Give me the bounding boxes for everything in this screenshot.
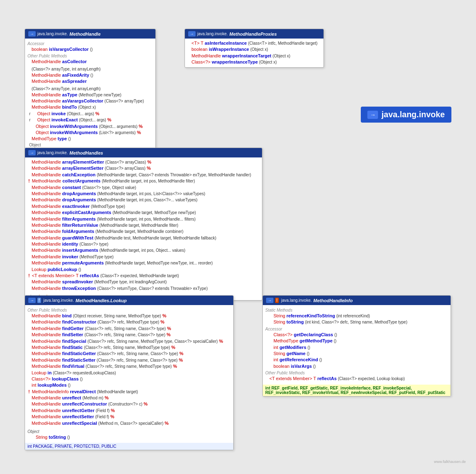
mhi-package: java.lang.invoke. — [281, 298, 312, 303]
method-row: MethodHandle explicitCastArguments (Meth… — [27, 210, 260, 216]
method-row: boolean isVarArgs () — [265, 363, 448, 369]
method-handle-info-header: → I java.lang.invoke.MethodHandleInfo — [263, 296, 451, 305]
method-row: ! <T extends Member> T reflectAs (Class<… — [27, 273, 260, 279]
method-row: MethodHandle findGetter (Class<?> refc, … — [27, 326, 231, 332]
method-row: MethodHandle wrapperInstanceTarget (Obje… — [187, 53, 321, 59]
method-row: MethodHandle asType (MethodType newType) — [27, 92, 153, 98]
accessor-label: Accessor — [265, 327, 448, 331]
method-row: <T extends Member> T reflectAs (Class<T>… — [265, 376, 448, 382]
method-handle-body: Accessor boolean isVarargsCollector () O… — [25, 39, 155, 156]
method-row: int lookupModes () — [27, 382, 231, 388]
method-handle-proxies-body: <T> T asInterfaceInstance (Class<T> intf… — [185, 39, 323, 67]
method-handle-proxies-header: → java.lang.invoke.MethodHandleProxies — [185, 29, 323, 39]
method-row: int getModifiers () — [265, 344, 448, 351]
arrow-icon: → — [28, 31, 36, 36]
module-label: → java.lang.invoke — [361, 107, 451, 123]
method-row: MethodHandle findConstructor (Class<?> r… — [27, 319, 231, 325]
method-row: MethodHandle permuteArguments (MethodHan… — [27, 260, 260, 266]
accessor-label: Accessor — [27, 41, 153, 46]
method-row: boolean isVarargsCollector () — [27, 46, 153, 52]
method-row: MethodHandle asSpreader (Class<?> arrayT… — [27, 78, 153, 91]
mh-classname: MethodHandle — [70, 32, 101, 36]
other-public-label: Other Public Methods — [27, 308, 231, 312]
method-row: MethodHandle identity (Class<?> type) — [27, 241, 260, 247]
method-handles-body: MethodHandle arrayElementGetter (Class<?… — [25, 157, 262, 293]
method-row: MethodHandle exactInvoker (MethodType ty… — [27, 203, 260, 210]
method-row: Class<?> lookupClass () — [27, 376, 231, 382]
method-row: Object invokeWithArguments (List<?> argu… — [27, 130, 153, 136]
mhs-package: java.lang.invoke. — [37, 150, 68, 155]
method-handle-proxies-card: → java.lang.invoke.MethodHandleProxies <… — [184, 29, 324, 68]
method-row: MethodHandle arrayElementSetter (Class<?… — [27, 165, 260, 171]
method-row: MethodHandle findSpecial (Class<?> refc,… — [27, 338, 231, 344]
method-row: MethodHandle bindTo (Object x) — [27, 104, 153, 110]
method-row: Lookup in (Class<?> requestedLookupClass… — [27, 370, 231, 376]
mh-package: java.lang.invoke. — [37, 32, 68, 36]
other-public-label: Other Public Methods — [27, 54, 153, 58]
mhp-classname: MethodHandleProxies — [230, 32, 277, 36]
method-row: MethodHandle findStaticGetter (Class<?> … — [27, 351, 231, 357]
mhs-classname: MethodHandles — [70, 150, 103, 155]
method-row: MethodHandle dropArguments (MethodHandle… — [27, 191, 260, 197]
method-row: MethodHandle asVarargsCollector (Class<?… — [27, 98, 153, 104]
method-row: MethodHandle dropArguments (MethodHandle… — [27, 197, 260, 203]
method-handle-header: → java.lang.invoke.MethodHandle — [25, 29, 155, 39]
method-handle-info-body: Static Methods String referenceKindToStr… — [263, 305, 451, 384]
method-row: MethodHandle foldArguments (MethodHandle… — [27, 228, 260, 235]
lookup-footer: int PACKAGE, PRIVATE, PROTECTED, PUBLIC — [25, 443, 233, 450]
website-label: www.falkhausen.de — [434, 460, 466, 464]
method-handles-card: → java.lang.invoke.MethodHandles MethodH… — [25, 148, 262, 301]
method-handles-lookup-card: → f java.lang.invoke.MethodHandles.Looku… — [25, 295, 234, 450]
method-row: Object — [27, 142, 153, 148]
method-row: MethodHandle throwException (Class<?> re… — [27, 285, 260, 292]
mhi-classname: MethodHandleInfo — [313, 298, 353, 303]
method-row: ! MethodHandleInfo revealDirect (MethodH… — [27, 389, 231, 395]
arrow-icon: → — [188, 31, 196, 36]
other-public-label: Other Public Methods — [265, 371, 448, 375]
method-row: boolean isWrapperInstance (Object x) — [187, 46, 321, 52]
method-row: MethodHandle unreflect (Method m) % — [27, 395, 231, 401]
method-row: MethodHandle arrayElementGetter (Class<?… — [27, 159, 260, 165]
method-row: ! MethodHandle collectArguments (MethodH… — [27, 178, 260, 184]
method-row: MethodHandle findStaticSetter (Class<?> … — [27, 357, 231, 363]
method-row: MethodHandle findStatic (Class<?> refc, … — [27, 344, 231, 351]
mhp-package: java.lang.invoke. — [197, 32, 228, 36]
method-row: MethodHandle asCollector (Class<?> array… — [27, 59, 153, 72]
method-row: MethodHandle unreflectGetter (Field f) % — [27, 408, 231, 414]
method-row: MethodHandle filterArguments (MethodHand… — [27, 216, 260, 222]
method-row: MethodHandle catchException (MethodHandl… — [27, 172, 260, 178]
method-row: MethodHandle constant (Class<?> type, Ob… — [27, 185, 260, 191]
method-handles-header: → java.lang.invoke.MethodHandles — [25, 148, 262, 157]
method-handles-lookup-header: → f java.lang.invoke.MethodHandles.Looku… — [25, 296, 233, 305]
method-row: MethodHandle unreflectConstructor (Const… — [27, 401, 231, 407]
method-handle-card: → java.lang.invoke.MethodHandle Accessor… — [25, 29, 156, 156]
method-row: MethodHandle unreflectSpecial (Method m,… — [27, 420, 231, 426]
method-row: r Object invoke (Object... args) % — [27, 111, 153, 117]
method-row: MethodHandle filterReturnValue (MethodHa… — [27, 222, 260, 228]
method-row: MethodHandle findSetter (Class<?> refc, … — [27, 332, 231, 338]
method-row: MethodHandle unreflectSetter (Field f) % — [27, 414, 231, 420]
method-row: Class<?> wrapperInstanceType (Object x) — [187, 59, 321, 65]
method-row: MethodType type () — [27, 136, 153, 142]
module-name: java.lang.invoke — [381, 110, 445, 119]
method-row: String toString () — [27, 434, 231, 440]
method-row: String referenceKindToString (int refere… — [265, 313, 448, 319]
diagram-area: → java.lang.invoke → java.lang.invoke.Me… — [8, 8, 468, 466]
method-row: String toString (int kind, Class<?> defc… — [265, 319, 448, 325]
method-row: String getName () — [265, 351, 448, 357]
method-handles-lookup-body: Other Public Methods MethodHandle bind (… — [25, 305, 233, 442]
method-row: <T> T asInterfaceInstance (Class<T> intf… — [187, 40, 321, 46]
arrow-icon: → — [266, 298, 273, 303]
ref-constants: int REF_getField, REF_getStatic, REF_inv… — [263, 385, 451, 396]
method-row: MethodType getMethodType () — [265, 338, 448, 344]
method-row: int getReferenceKind () — [265, 357, 448, 363]
method-handle-info-card: → I java.lang.invoke.MethodHandleInfo St… — [262, 295, 451, 397]
method-row: MethodHandle guardWithTest (MethodHandle… — [27, 235, 260, 241]
method-row: Lookup publicLookup () — [27, 267, 260, 273]
module-arrow-icon: → — [367, 111, 378, 119]
method-row: MethodHandle spreadInvoker (MethodType t… — [27, 279, 260, 285]
method-row: r Object invokeExact (Object... args) % — [27, 117, 153, 123]
method-row: MethodHandle asFixedArity () — [27, 72, 153, 78]
arrow-icon: → — [28, 150, 36, 155]
method-row: MethodHandle insertArguments (MethodHand… — [27, 247, 260, 253]
